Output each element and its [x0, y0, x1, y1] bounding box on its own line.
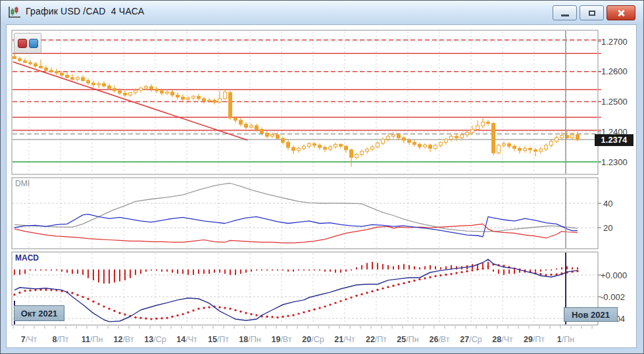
window-title: График USD /CAD 4 ЧАСА: [26, 6, 144, 16]
macd-pane-label: MACD: [15, 253, 39, 263]
red-marker-button[interactable]: [18, 39, 27, 48]
blue-marker-button[interactable]: [29, 39, 38, 48]
month-start-badge: Окт 2021: [14, 305, 64, 321]
month-end-badge: Нов 2021: [564, 307, 618, 322]
maximize-icon: [589, 11, 595, 16]
chart-mini-toolbar: [14, 33, 41, 53]
maximize-button[interactable]: [580, 5, 604, 20]
close-icon: [617, 9, 625, 17]
chart-client-area: [6, 24, 637, 348]
dmi-pane-label: DMI: [15, 179, 30, 188]
candlestick-chart-icon: [7, 5, 22, 20]
chart-window: График USD /CAD 4 ЧАСА 1.27001.26001.250…: [0, 0, 644, 354]
current-price-box: 1.2374: [595, 134, 633, 146]
title-bar[interactable]: График USD /CAD 4 ЧАСА: [1, 1, 643, 24]
minimize-button[interactable]: [553, 5, 577, 20]
close-button[interactable]: [607, 5, 635, 20]
minimize-icon: [561, 14, 569, 16]
